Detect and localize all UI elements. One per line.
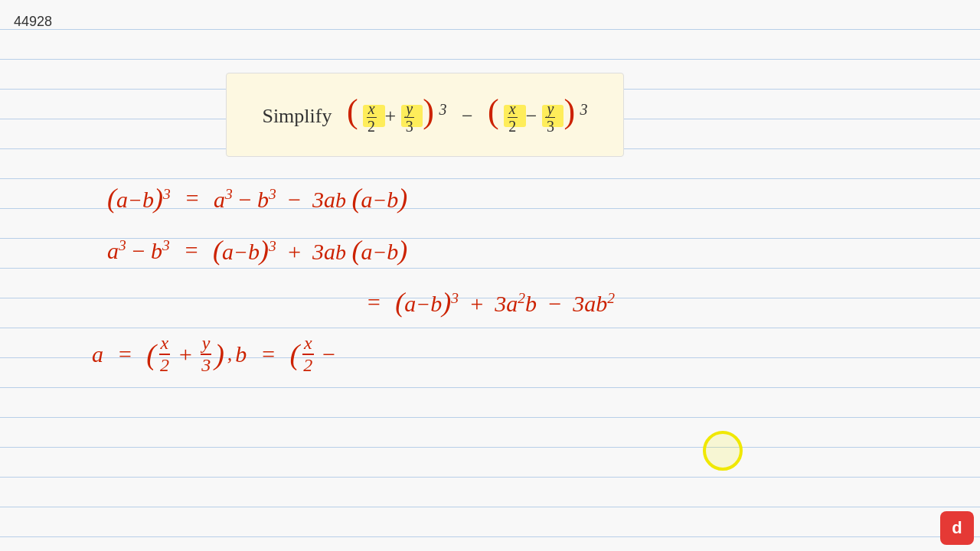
line2-lhs: a3−b3: [107, 237, 170, 264]
line4-equals1: =: [117, 341, 132, 367]
frac-y3-line4: y 3: [200, 333, 212, 376]
frac-x-2: x 2: [366, 100, 377, 135]
line4-a: a: [92, 341, 103, 367]
line4-open-paren-2: (: [290, 340, 300, 369]
plus-sign-1: +: [385, 105, 397, 127]
fraction-x2-highlight-2: x 2: [504, 105, 526, 127]
line2-rhs: (a−b)3 + 3ab (a−b): [213, 236, 407, 265]
line4-plus: +: [178, 341, 193, 367]
line1-text: (a−b)3: [107, 184, 171, 213]
frac-x-2-right: x 2: [507, 100, 518, 135]
open-paren-2: (: [488, 93, 499, 130]
open-paren-1: (: [347, 93, 358, 130]
simplify-label: Simplify: [262, 105, 332, 127]
page-id: 44928: [14, 14, 52, 30]
question-box: Simplify ( x 2 + y 3 ) 3 − (: [226, 73, 624, 157]
line4-b: b: [235, 341, 247, 367]
line4-minus-b: −: [321, 341, 336, 367]
line3-equals: =: [366, 289, 381, 315]
fraction-x2-highlight: x 2: [363, 105, 385, 127]
question-formula: Simplify ( x 2 + y 3 ) 3 − (: [262, 95, 587, 135]
frac-x2-line4-b: x 2: [302, 333, 314, 376]
logo-letter: d: [952, 518, 962, 538]
line4-close-paren-1: ): [214, 340, 224, 369]
math-line-2: a3−b3 = (a−b)3 + 3ab (a−b): [107, 228, 949, 272]
line4-open-paren-1: (: [146, 340, 156, 369]
minus-sign-outer: −: [462, 105, 473, 127]
line2-equals: =: [184, 237, 199, 263]
line3-rhs: (a−b)3 + 3a2b − 3ab2: [395, 289, 615, 317]
math-line-1: (a−b)3 = a3−b3 − 3ab (a−b): [107, 176, 949, 220]
frac-y-3-left: y 3: [404, 100, 415, 135]
fraction-y3-highlight-1: y 3: [401, 105, 423, 127]
close-paren-1: ): [423, 93, 434, 130]
cursor-circle: [703, 431, 743, 471]
math-line-4: a = ( x 2 + y 3 ) , b = ( x 2 −: [92, 332, 949, 377]
fraction-y3-highlight-2: y 3: [542, 105, 564, 127]
line4-comma: ,: [227, 343, 233, 366]
doubtnut-logo: d: [940, 511, 974, 545]
frac-x2-line4: x 2: [158, 333, 171, 376]
math-line-3: = (a−b)3 + 3a2b − 3ab2: [352, 280, 949, 324]
paper-background: 44928 Simplify ( x 2 + y 3 ) 3 −: [0, 0, 980, 551]
close-paren-2: ): [564, 93, 575, 130]
frac-y-3-right: y 3: [545, 100, 556, 135]
line1-rhs: a3−b3 − 3ab (a−b): [214, 184, 407, 213]
minus-sign-2: −: [526, 105, 537, 127]
line4-equals2: =: [260, 341, 276, 367]
line1-equals: =: [185, 185, 200, 211]
math-content-area: (a−b)3 = a3−b3 − 3ab (a−b) a3−b3 = (a−b)…: [61, 176, 949, 384]
